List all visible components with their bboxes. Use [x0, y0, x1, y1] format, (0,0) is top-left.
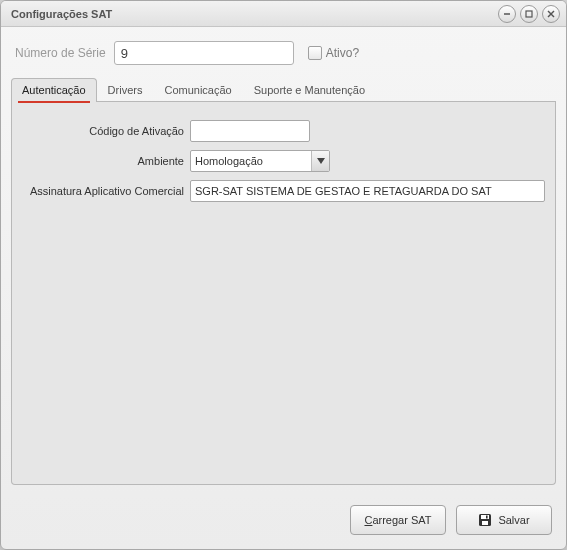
ambiente-row: Ambiente Homologação	[22, 150, 545, 172]
button-label: Carregar SAT	[364, 514, 431, 526]
window-title: Configurações SAT	[7, 8, 494, 20]
active-label: Ativo?	[326, 46, 359, 60]
tab-label: Drivers	[108, 84, 143, 96]
maximize-icon	[524, 9, 534, 19]
assinatura-label: Assinatura Aplicativo Comercial	[22, 185, 190, 197]
tab-label: Suporte e Manutenção	[254, 84, 365, 96]
assinatura-input[interactable]	[190, 180, 545, 202]
close-icon	[546, 9, 556, 19]
chevron-down-icon	[317, 158, 325, 164]
maximize-button[interactable]	[520, 5, 538, 23]
tab-drivers[interactable]: Drivers	[97, 78, 154, 102]
ambiente-combo[interactable]: Homologação	[190, 150, 330, 172]
tab-label: Comunicação	[164, 84, 231, 96]
content-area: Número de Série Ativo? Autenticação Driv…	[1, 27, 566, 549]
svg-rect-8	[486, 516, 488, 519]
serial-label: Número de Série	[15, 46, 106, 60]
ativacao-label: Código de Ativação	[22, 125, 190, 137]
serial-input[interactable]	[114, 41, 294, 65]
svg-rect-6	[481, 515, 489, 519]
ambiente-label: Ambiente	[22, 155, 190, 167]
minimize-icon	[502, 9, 512, 19]
sat-config-window: Configurações SAT Número de Série Ativo?…	[0, 0, 567, 550]
active-check-group: Ativo?	[308, 46, 359, 60]
close-button[interactable]	[542, 5, 560, 23]
svg-rect-7	[482, 521, 488, 525]
salvar-button[interactable]: Salvar	[456, 505, 552, 535]
serial-row: Número de Série Ativo?	[1, 27, 566, 73]
carregar-sat-button[interactable]: Carregar SAT	[350, 505, 446, 535]
ativacao-row: Código de Ativação	[22, 120, 545, 142]
tab-autenticacao[interactable]: Autenticação	[11, 78, 97, 102]
minimize-button[interactable]	[498, 5, 516, 23]
titlebar: Configurações SAT	[1, 1, 566, 27]
ativacao-input[interactable]	[190, 120, 310, 142]
button-label: Salvar	[498, 514, 529, 526]
assinatura-row: Assinatura Aplicativo Comercial	[22, 180, 545, 202]
tab-comunicacao[interactable]: Comunicação	[153, 78, 242, 102]
tab-bar: Autenticação Drivers Comunicação Suporte…	[1, 77, 566, 101]
svg-marker-4	[317, 158, 325, 164]
ambiente-dropdown-button[interactable]	[311, 151, 329, 171]
footer-buttons: Carregar SAT Salvar	[1, 495, 566, 549]
tab-label: Autenticação	[22, 84, 86, 96]
svg-rect-1	[526, 11, 532, 17]
save-icon	[478, 513, 492, 527]
ambiente-value: Homologação	[191, 155, 311, 167]
active-checkbox[interactable]	[308, 46, 322, 60]
tab-panel-autenticacao: Código de Ativação Ambiente Homologação …	[11, 102, 556, 485]
tab-suporte[interactable]: Suporte e Manutenção	[243, 78, 376, 102]
